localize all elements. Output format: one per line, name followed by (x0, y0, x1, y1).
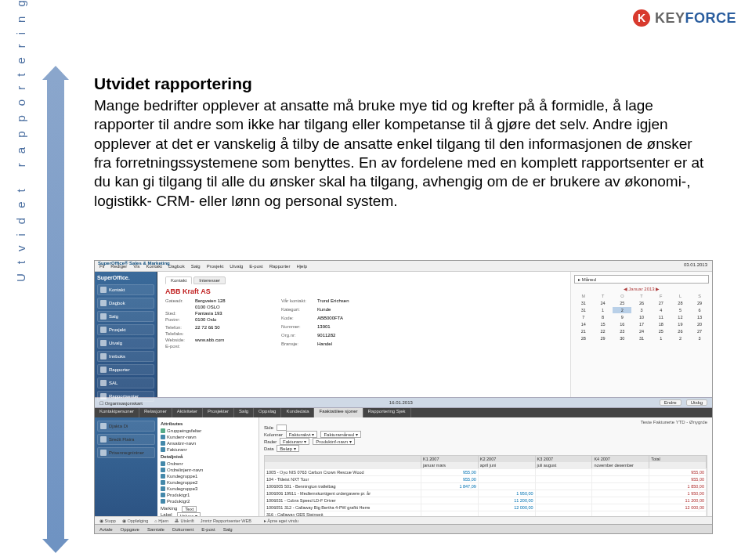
menu-item[interactable]: Dagbok (168, 264, 185, 269)
attr-item[interactable]: Produktgr2 (161, 498, 255, 504)
footer-call[interactable]: Samtale (147, 527, 164, 532)
calendar-day[interactable]: 1 (594, 307, 613, 313)
calendar-day[interactable]: 3 (632, 307, 651, 313)
report-tab[interactable]: Oppslag (254, 408, 281, 417)
calendar-day[interactable]: 7 (574, 314, 593, 320)
calendar-day[interactable]: 30 (613, 335, 631, 341)
calendar-day[interactable]: 17 (632, 321, 651, 327)
sidebar-item[interactable]: Prisennegnininer (97, 447, 155, 458)
calendar-day[interactable]: 31 (632, 335, 651, 341)
sidebar-item-reports[interactable]: Rapporter (97, 364, 154, 375)
side-drop[interactable] (277, 425, 287, 431)
attr-item[interactable]: Kundegruppe3 (161, 486, 255, 492)
menu-item[interactable]: E-post (249, 264, 262, 269)
sidebar-item-inbox[interactable]: Innboks (97, 351, 154, 362)
calendar-day[interactable]: 5 (671, 307, 690, 313)
status-followup[interactable]: ◉ Oppfølging (122, 518, 148, 523)
calendar-day[interactable]: 23 (613, 328, 631, 334)
sidebar-item-selection[interactable]: Utvalg (97, 338, 154, 349)
calendar-day[interactable]: 16 (613, 321, 631, 327)
sidebar-item[interactable]: Sredit Flaira (97, 434, 155, 445)
report-tab[interactable]: Salg (234, 408, 254, 417)
footer-document[interactable]: Dokument (172, 527, 193, 532)
footer-appointment[interactable]: Avtale (99, 527, 113, 532)
calendar-day[interactable]: 24 (632, 328, 651, 334)
sidebar-item-project[interactable]: Prosjekt (97, 324, 154, 335)
calendar-day[interactable]: 22 (594, 328, 613, 334)
sidebar-item-diary[interactable]: Dagbok (97, 298, 154, 309)
calendar-day[interactable]: 18 (652, 321, 671, 327)
calendar-day[interactable]: 25 (652, 328, 671, 334)
edit-button[interactable]: Endre (660, 399, 682, 406)
calendar-day[interactable]: 27 (652, 300, 671, 306)
report-tab[interactable]: Aktiviteter (172, 408, 203, 417)
calendar-day[interactable]: 28 (671, 300, 690, 306)
sidebar-item-sale[interactable]: Salg (97, 311, 154, 322)
report-tab[interactable]: Faaktattiiee sjoner (314, 408, 363, 417)
columns-drop[interactable]: Fakturakvt ▾ (286, 431, 318, 438)
calendar-day[interactable]: 2 (613, 307, 631, 313)
menu-item[interactable]: Rapporter (269, 264, 291, 269)
calendar-day[interactable]: 26 (632, 300, 651, 306)
columns-drop2[interactable]: Fakturamåned ▾ (320, 431, 360, 438)
menu-item[interactable]: Prosjekt (207, 264, 224, 269)
tab-contact[interactable]: Kontakt (165, 276, 192, 284)
calendar-day[interactable]: 31 (574, 300, 593, 306)
calendar-day[interactable]: 20 (690, 321, 709, 327)
menu-item[interactable]: Utvalg (230, 264, 243, 269)
sidebar-item-contact[interactable]: Kontakt (97, 284, 154, 295)
attr-item[interactable]: Kundegruppe2 (161, 479, 255, 486)
report-tab[interactable]: Rapportering Sjek (363, 408, 411, 417)
attr-item[interactable]: Ordrelinjenr-navn (161, 467, 255, 473)
footer-email[interactable]: E-post (201, 527, 215, 532)
calendar-day[interactable]: 6 (690, 307, 709, 313)
status-stop[interactable]: ◉ Stopp (99, 518, 116, 523)
report-tab[interactable]: Kontaktpersoner (95, 408, 139, 417)
attr-item[interactable]: Kundenr-navn (161, 434, 255, 440)
calendar-day[interactable]: 29 (690, 300, 709, 306)
tab-interests[interactable]: Interesser (193, 276, 226, 284)
calendar-day[interactable]: 13 (690, 314, 709, 320)
orgchart-toggle[interactable]: ☐ Organisasjonskart (99, 400, 143, 406)
menu-item[interactable]: Hjelp (296, 264, 307, 269)
calendar-day[interactable]: 10 (632, 314, 651, 320)
attr-item[interactable]: Produktgr1 (161, 492, 255, 498)
sidebar-item-sal[interactable]: SAL (97, 378, 154, 388)
calendar-day[interactable]: 11 (652, 314, 671, 320)
app-menubar[interactable]: Fil Rediger Vis Kontakt Dagbok Salg Pros… (95, 261, 712, 272)
attr-item[interactable]: Fakturanr (161, 446, 255, 453)
calendar-day[interactable]: 2 (671, 335, 690, 341)
calendar-day[interactable]: 3 (690, 335, 709, 341)
calendar-day[interactable]: 27 (690, 328, 709, 334)
status-home[interactable]: ⌂ Hjem (154, 518, 168, 523)
calendar-day[interactable]: 25 (613, 300, 631, 306)
sidebar-item[interactable]: Djakta Di (97, 421, 155, 432)
rows-drop2[interactable]: Produktnf-navn ▾ (313, 438, 354, 445)
footer-sale[interactable]: Salg (223, 527, 233, 532)
calendar-day[interactable]: 14 (574, 321, 593, 327)
rows-drop[interactable]: Fakturanr ▾ (280, 438, 309, 445)
footer-task[interactable]: Oppgave (121, 527, 139, 532)
calendar-view-select[interactable]: ▸ Måned (574, 275, 709, 284)
calendar-day[interactable]: 8 (594, 314, 613, 320)
report-tab[interactable]: Relasjoner (139, 408, 172, 417)
calendar-day[interactable]: 9 (613, 314, 631, 320)
report-tab[interactable]: Kundedata (281, 408, 314, 417)
attr-item[interactable]: Kundegruppe1 (161, 473, 255, 479)
calendar-day[interactable]: 4 (652, 307, 671, 313)
data-drop[interactable]: Beløp ▾ (277, 445, 298, 452)
marking-select[interactable]: Text (182, 506, 197, 512)
open-window-link[interactable]: ▸ Åpne eget vindu (264, 518, 298, 523)
calendar-day[interactable]: 19 (671, 321, 690, 327)
menu-item[interactable]: Salg (191, 264, 201, 269)
status-print[interactable]: 🖶 Utskrift (175, 518, 194, 523)
calendar-day[interactable]: 31 (574, 307, 593, 313)
calendar-day[interactable]: 1 (652, 335, 671, 341)
print-button[interactable]: Utskg (686, 399, 707, 406)
calendar-day[interactable]: 21 (574, 328, 593, 334)
calendar-day[interactable]: 15 (594, 321, 613, 327)
attr-item[interactable]: Ansattnr-navn (161, 440, 255, 446)
report-tab[interactable]: Prosjekter (203, 408, 234, 417)
attr-group[interactable]: Gruppeingsfelter (161, 428, 255, 434)
calendar-day[interactable]: 12 (671, 314, 690, 320)
